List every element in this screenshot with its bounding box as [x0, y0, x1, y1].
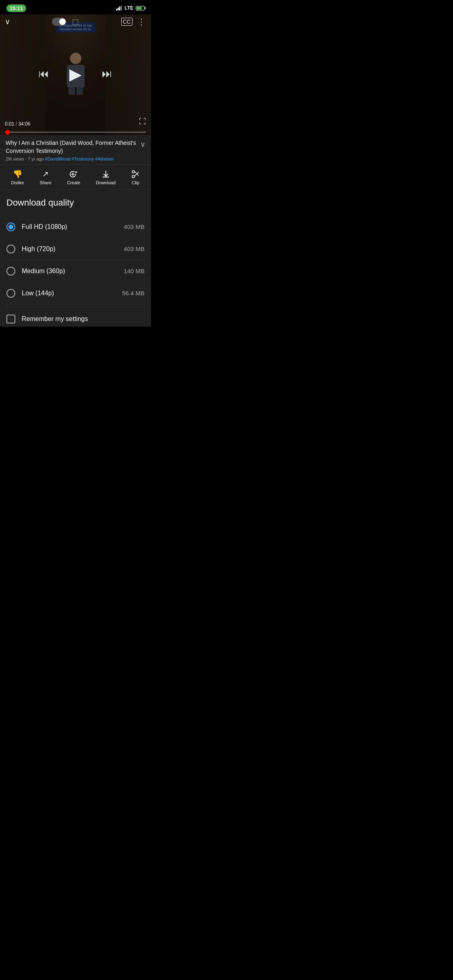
battery-fill [137, 7, 142, 10]
signal-bar-1 [116, 9, 117, 10]
share-icon: ↗ [42, 169, 49, 179]
skip-previous-button[interactable]: ⏮ [39, 68, 49, 80]
view-count: 2M views [6, 156, 24, 161]
status-bar: 15:11 LTE [0, 0, 151, 14]
playback-controls: ⏮ ▶ ⏭ [0, 29, 151, 119]
quality-label-fullhd: Full HD (1080p) [22, 223, 67, 231]
progress-bar[interactable] [5, 132, 146, 133]
radio-medium [6, 267, 15, 276]
clip-button[interactable]: Clip [131, 169, 140, 185]
video-title-row: Why I Am a Christian (David Wood, Former… [6, 139, 145, 155]
download-icon [101, 169, 110, 179]
remember-checkbox[interactable] [6, 315, 15, 323]
quality-left-high: High (720p) [6, 245, 56, 253]
quality-left-medium: Medium (360p) [6, 267, 65, 276]
create-button[interactable]: Create [67, 169, 80, 185]
svg-point-3 [132, 175, 134, 178]
play-button[interactable]: ▶ [69, 65, 82, 83]
skip-next-button[interactable]: ⏭ [102, 68, 112, 80]
video-age: 7 yr ago [28, 156, 44, 161]
radio-fullhd [6, 222, 15, 231]
time-display: 0:01 / 34:06 [5, 121, 30, 127]
quality-label-low: Low (144p) [22, 290, 54, 297]
fullscreen-button[interactable]: ⛶ [139, 117, 146, 126]
remember-settings-label: Remember my settings [22, 315, 88, 323]
quality-size-high: 403 MB [124, 245, 145, 252]
clip-label: Clip [132, 180, 139, 185]
hashtag-atheism[interactable]: #Atheism [95, 156, 114, 161]
quality-size-medium: 140 MB [124, 268, 145, 274]
share-button[interactable]: ↗ Share [39, 169, 51, 185]
battery-icon [136, 6, 145, 10]
quality-label-medium: Medium (360p) [22, 268, 65, 275]
autoplay-toggle[interactable] [52, 18, 66, 26]
create-label: Create [67, 180, 80, 185]
status-time: 15:11 [6, 4, 26, 12]
dislike-button[interactable]: 👎 Dislike [11, 169, 24, 185]
quality-option-fullhd[interactable]: Full HD (1080p) 403 MB [6, 216, 145, 238]
more-options-icon[interactable]: ⋮ [137, 17, 146, 27]
lte-label: LTE [124, 5, 133, 11]
quality-option-medium[interactable]: Medium (360p) 140 MB [6, 260, 145, 282]
quality-left-fullhd: Full HD (1080p) [6, 222, 67, 231]
share-label: Share [39, 180, 51, 185]
download-quality-section: Download quality Full HD (1080p) 403 MB … [0, 189, 151, 327]
quality-option-low[interactable]: Low (144p) 56.4 MB [6, 282, 145, 305]
signal-bar-2 [118, 8, 119, 10]
top-controls: ∨ ⬚ CC ⋮ [0, 14, 151, 29]
signal-bar-3 [119, 6, 120, 10]
download-action-label: Download [96, 180, 116, 185]
dislike-icon: 👎 [13, 169, 23, 179]
quality-size-low: 56.4 MB [122, 290, 145, 296]
radio-high [6, 245, 15, 253]
quality-option-high[interactable]: High (720p) 403 MB [6, 238, 145, 260]
current-time: 0:01 [5, 121, 14, 127]
video-info-collapse-button[interactable]: ∨ [140, 140, 145, 149]
video-meta: 2M views · 7 yr ago #DavidWood #Testimon… [6, 156, 145, 161]
progress-dot [5, 130, 10, 135]
create-icon [69, 169, 78, 179]
cast-icon[interactable]: ⬚ [72, 17, 79, 26]
quality-left-low: Low (144p) [6, 289, 54, 298]
signal-bars [116, 6, 122, 10]
video-player[interactable]: Lexington Av-63 St StaElevator across 63… [0, 14, 151, 135]
video-info: Why I Am a Christian (David Wood, Former… [0, 135, 151, 165]
video-title: Why I Am a Christian (David Wood, Former… [6, 139, 137, 155]
top-right-controls: CC ⋮ [121, 17, 146, 27]
radio-inner-fullhd [8, 224, 13, 229]
dislike-label: Dislike [11, 180, 24, 185]
collapse-video-icon[interactable]: ∨ [5, 17, 10, 26]
bottom-controls: 0:01 / 34:06 ⛶ [0, 119, 151, 135]
top-center-controls: ⬚ [52, 17, 79, 26]
svg-point-2 [132, 171, 134, 173]
download-quality-title: Download quality [6, 198, 145, 208]
cc-icon[interactable]: CC [121, 18, 132, 26]
action-buttons: 👎 Dislike ↗ Share Create Download [0, 165, 151, 189]
radio-low [6, 289, 15, 298]
download-action-button[interactable]: Download [96, 169, 116, 185]
total-duration: 34:06 [18, 121, 30, 127]
quality-label-high: High (720p) [22, 245, 56, 253]
clip-icon [131, 169, 140, 179]
hashtag-testimony[interactable]: #Testimony [72, 156, 94, 161]
status-right-icons: LTE [116, 5, 145, 11]
video-controls-overlay: ∨ ⬚ CC ⋮ ⏮ ▶ ⏭ 0:01 / 34:06 [0, 14, 151, 135]
quality-size-fullhd: 403 MB [124, 223, 145, 230]
hashtag-davidwood[interactable]: #DavidWood [45, 156, 70, 161]
remember-settings-row[interactable]: Remember my settings [6, 307, 145, 327]
signal-bar-4 [121, 6, 122, 10]
